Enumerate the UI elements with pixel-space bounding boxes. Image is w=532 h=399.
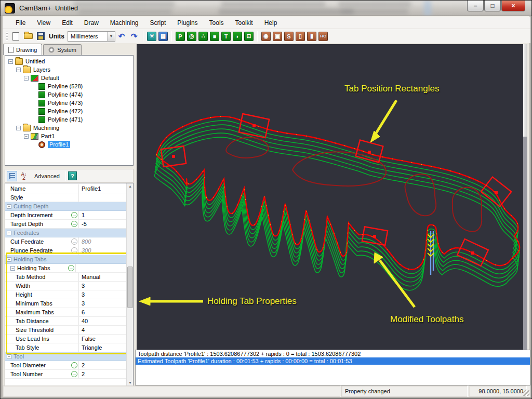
collapse-icon[interactable]: −	[16, 68, 21, 72]
prop-value[interactable]: 800	[78, 237, 126, 246]
property-grid-scrollbar[interactable]: ▲ ▼	[126, 183, 133, 386]
tree-item-untitled[interactable]: −Untitled	[5, 57, 133, 65]
prop-value[interactable]: 40	[78, 317, 126, 325]
close-button[interactable]: ×	[501, 1, 525, 11]
collapse-icon[interactable]: −	[8, 59, 13, 64]
category-cutting-depth[interactable]: −Cutting Depth	[5, 202, 126, 211]
prop-holding-tabs[interactable]: −Holding Tabs→	[5, 264, 126, 273]
inherited-arrow-icon[interactable]: →	[70, 247, 78, 254]
prop-tool-number[interactable]: Tool Number→2	[5, 370, 126, 379]
minimize-button[interactable]: –	[467, 1, 484, 11]
prop-maximum-tabs[interactable]: Maximum Tabs6	[5, 308, 126, 317]
apply-arrow-icon[interactable]: →	[70, 371, 78, 377]
tree-item-layers[interactable]: −Layers	[5, 65, 133, 74]
tree-item-polyline-472-[interactable]: Polyline (472)	[5, 107, 133, 115]
apply-arrow-icon[interactable]: →	[67, 265, 75, 271]
help-icon[interactable]: ?	[68, 171, 77, 180]
apply-arrow-icon[interactable]: →	[70, 362, 78, 368]
collapse-icon[interactable]: −	[7, 354, 11, 359]
mop-lathe-icon[interactable]: ◉	[261, 32, 271, 41]
draw-pointlist-icon[interactable]: ∴	[198, 32, 208, 41]
menu-script[interactable]: Script	[144, 18, 172, 28]
prop-target-depth[interactable]: Target Depth→-5	[5, 220, 126, 229]
inherited-arrow-icon[interactable]: →	[70, 238, 78, 245]
prop-value[interactable]: 3	[78, 282, 126, 290]
menu-file[interactable]: File	[10, 18, 31, 28]
mop-pocket-icon[interactable]: ▣	[273, 32, 282, 41]
save-file-icon[interactable]	[35, 31, 46, 42]
prop-name[interactable]: NameProfile1	[5, 184, 126, 193]
menu-help[interactable]: Help	[259, 18, 283, 28]
prop-value[interactable]: 3	[78, 299, 126, 308]
redo-icon[interactable]: ↷	[128, 31, 140, 42]
prop-value[interactable]: Manual	[78, 273, 126, 281]
prop-value[interactable]	[75, 264, 126, 272]
prop-plunge-feedrate[interactable]: Plunge Feedrate→300	[5, 246, 126, 255]
scrollbar-thumb[interactable]	[127, 267, 133, 308]
prop-value[interactable]: 3	[78, 290, 126, 299]
prop-use-lead-ins[interactable]: Use Lead InsFalse	[5, 335, 126, 343]
menu-toolkit[interactable]: Toolkit	[230, 18, 259, 28]
tab-drawing[interactable]: Drawing	[3, 44, 42, 55]
category-tool[interactable]: −Tool	[5, 352, 126, 361]
advanced-button[interactable]: Advanced	[31, 173, 63, 179]
undo-icon[interactable]: ↶	[116, 31, 127, 42]
draw-rectangle-icon[interactable]: ■	[210, 32, 219, 41]
apply-arrow-icon[interactable]: →	[70, 221, 78, 227]
draw-text-icon[interactable]: T	[221, 32, 231, 41]
prop-value[interactable]: 1	[78, 211, 126, 219]
prop-height[interactable]: Height3	[5, 290, 126, 299]
collapse-icon[interactable]: −	[24, 76, 29, 81]
prop-cut-feedrate[interactable]: Cut Feedrate→800	[5, 237, 126, 246]
sort-alphabetical-icon[interactable]: A↓Z	[19, 171, 29, 181]
menu-view[interactable]: View	[31, 18, 56, 28]
collapse-icon[interactable]: −	[7, 257, 11, 262]
scroll-up-icon[interactable]: ▲	[127, 183, 134, 190]
resize-grip[interactable]	[523, 390, 529, 396]
prop-size-threshold[interactable]: Size Threshold4	[5, 326, 126, 335]
tree-item-part1[interactable]: −Part1	[5, 132, 133, 140]
units-dropdown[interactable]: Millimeters▼	[68, 31, 115, 42]
menu-draw[interactable]: Draw	[78, 18, 104, 28]
snap-point-icon[interactable]: ✳	[147, 32, 156, 41]
prop-width[interactable]: Width3	[5, 282, 126, 290]
categorized-view-icon[interactable]	[7, 171, 17, 181]
prop-tab-style[interactable]: Tab StyleTriangle	[5, 343, 126, 352]
collapse-icon[interactable]: −	[7, 204, 11, 209]
prop-value[interactable]: 6	[78, 308, 126, 316]
draw-circle-icon[interactable]: ◎	[187, 32, 196, 41]
prop-value[interactable]: Profile1	[78, 184, 126, 193]
prop-value[interactable]: 2	[78, 370, 126, 378]
open-file-icon[interactable]	[22, 31, 34, 42]
draw-arc-icon[interactable]: ◗	[233, 32, 242, 41]
viewport-canvas[interactable]: Tab Position Rectangles Holding Tab Prop…	[137, 44, 527, 350]
mop-drill-icon[interactable]: ▯	[296, 32, 305, 41]
prop-style[interactable]: Style	[5, 193, 126, 202]
canvas-scrollbar[interactable]	[523, 44, 527, 350]
tree-item-profile1[interactable]: Profile1	[5, 140, 133, 149]
tree-item-default[interactable]: −Default	[5, 74, 133, 82]
prop-tool-diameter[interactable]: Tool Diameter→2	[5, 361, 126, 370]
menu-plugins[interactable]: Plugins	[171, 18, 203, 28]
tab-system[interactable]: System	[43, 44, 82, 55]
prop-depth-increment[interactable]: Depth Increment→1	[5, 211, 126, 220]
prop-tab-method[interactable]: Tab MethodManual	[5, 273, 126, 282]
menu-edit[interactable]: Edit	[56, 18, 78, 28]
collapse-icon[interactable]: −	[7, 231, 11, 235]
chevron-down-icon[interactable]: ▼	[107, 32, 115, 41]
new-file-icon[interactable]	[10, 31, 21, 42]
tree-item-polyline-528-[interactable]: Polyline (528)	[5, 82, 133, 90]
snap-grid-icon[interactable]: ▦	[158, 32, 168, 41]
tree-item-machining[interactable]: −Machining	[5, 124, 133, 132]
prop-value[interactable]: 300	[78, 246, 126, 255]
collapse-icon[interactable]: −	[24, 134, 29, 139]
mop-engrave-icon[interactable]: ▮	[307, 32, 316, 41]
mop-profile-icon[interactable]: S	[284, 32, 294, 41]
message-log[interactable]: Toolpath distance 'Profile1' : 1503.6208…	[135, 350, 530, 385]
collapse-icon[interactable]: −	[10, 266, 15, 271]
log-line[interactable]: Toolpath distance 'Profile1' : 1503.6208…	[136, 350, 530, 357]
draw-polyline-icon[interactable]: P	[176, 32, 185, 41]
drawing-tree-panel[interactable]: −Untitled−Layers−DefaultPolyline (528)Po…	[5, 55, 134, 166]
menu-tools[interactable]: Tools	[204, 18, 230, 28]
maximize-button[interactable]: □	[484, 1, 501, 11]
